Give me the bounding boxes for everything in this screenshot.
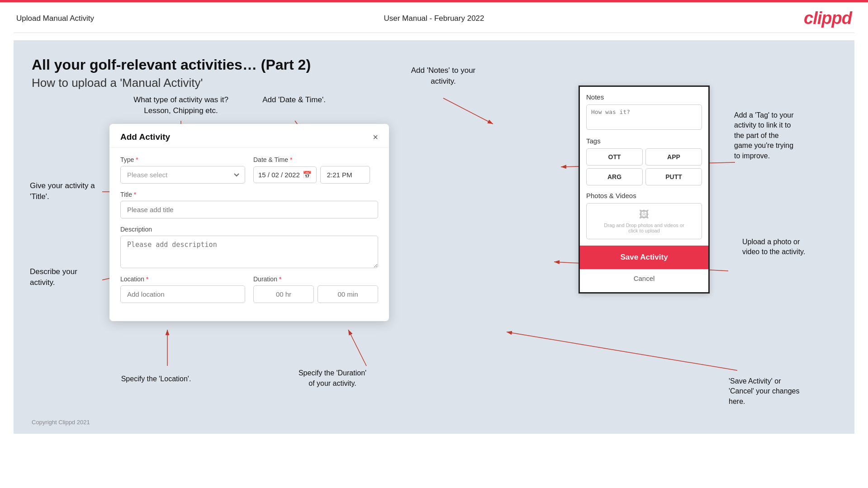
type-label: Type * xyxy=(120,156,245,163)
modal-body: Type * Please select Date & Time * 15 / xyxy=(109,148,389,321)
description-group: Description xyxy=(120,226,378,268)
description-label: Description xyxy=(120,226,378,233)
svg-line-9 xyxy=(348,330,366,366)
upload-icon: 🖼 xyxy=(639,209,649,221)
annotation-upload: Upload a photo or video to the activity. xyxy=(742,237,842,257)
tags-grid: OTT APP ARG PUTT xyxy=(586,148,702,185)
duration-group: Duration * xyxy=(253,275,378,303)
tag-app[interactable]: APP xyxy=(645,148,702,166)
location-group: Location * xyxy=(120,275,245,303)
annotation-describe: Describe your activity. xyxy=(30,266,102,288)
calendar-icon[interactable]: 📅 xyxy=(303,171,312,179)
datetime-required: * xyxy=(290,156,292,163)
copyright: Copyright Clippd 2021 xyxy=(32,419,90,426)
title-group: Title * xyxy=(120,191,378,218)
notes-label: Notes xyxy=(586,93,702,101)
description-textarea[interactable] xyxy=(120,236,378,268)
location-duration-row: Location * Duration * xyxy=(120,275,378,303)
modal-header: Add Activity × xyxy=(109,124,389,148)
title-required: * xyxy=(134,191,136,198)
panel-footer: Cancel xyxy=(580,269,708,292)
date-value: 15 / 02 / 2022 xyxy=(258,171,300,179)
annotation-what-type: What type of activity was it? Lesson, Ch… xyxy=(131,95,231,116)
tag-ott[interactable]: OTT xyxy=(586,148,643,166)
duration-inputs xyxy=(253,285,378,303)
upload-area[interactable]: 🖼 Drag and Drop photos and videos or cli… xyxy=(586,203,702,239)
datetime-group: Date & Time * 15 / 02 / 2022 📅 2:21 PM xyxy=(253,156,378,184)
annotation-duration: Specify the 'Duration' of your activity. xyxy=(276,368,389,389)
annotation-location: Specify the 'Location'. xyxy=(111,374,201,384)
add-activity-modal: Add Activity × Type * Please select Dat xyxy=(109,124,389,321)
duration-label: Duration * xyxy=(253,275,378,283)
title-label: Title * xyxy=(120,191,378,198)
main-content: All your golf-relevant activities… (Part… xyxy=(14,40,854,434)
panel-save-section: Save Activity xyxy=(580,246,708,269)
date-input[interactable]: 15 / 02 / 2022 📅 xyxy=(253,166,317,183)
duration-required: * xyxy=(279,275,281,283)
type-datetime-row: Type * Please select Date & Time * 15 / xyxy=(120,156,378,184)
date-time-controls: 15 / 02 / 2022 📅 2:21 PM xyxy=(253,166,378,184)
tags-label: Tags xyxy=(586,137,702,145)
title-input[interactable] xyxy=(120,201,378,218)
svg-line-5 xyxy=(443,98,493,124)
photos-label: Photos & Videos xyxy=(586,192,702,199)
close-button[interactable]: × xyxy=(373,133,378,142)
annotation-date-time: Add 'Date & Time'. xyxy=(253,95,335,105)
duration-hr-input[interactable] xyxy=(253,285,314,303)
notes-textarea[interactable] xyxy=(586,104,702,130)
logo: clippd xyxy=(804,9,852,28)
save-activity-button[interactable]: Save Activity xyxy=(580,246,708,269)
modal-title: Add Activity xyxy=(120,132,170,142)
upload-text: Drag and Drop photos and videos or click… xyxy=(604,223,684,233)
location-label: Location * xyxy=(120,275,245,283)
type-select[interactable]: Please select xyxy=(120,166,245,184)
annotation-give-title: Give your activity a 'Title'. xyxy=(30,180,102,202)
phone-panel: Notes Tags OTT APP ARG PUTT Photos & Vid… xyxy=(579,85,710,294)
cancel-button[interactable]: Cancel xyxy=(586,269,702,288)
manual-title: User Manual - February 2022 xyxy=(384,14,484,23)
type-required: * xyxy=(136,156,138,163)
header: Upload Manual Activity User Manual - Feb… xyxy=(0,2,868,33)
datetime-label: Date & Time * xyxy=(253,156,378,163)
annotation-tag: Add a 'Tag' to your activity to link it … xyxy=(734,110,838,161)
header-divider xyxy=(14,33,854,33)
svg-line-10 xyxy=(507,332,737,370)
annotation-notes: Add 'Notes' to your activity. xyxy=(394,65,493,87)
time-input[interactable]: 2:21 PM xyxy=(320,166,370,184)
tag-arg[interactable]: ARG xyxy=(586,168,643,185)
page-title-header: Upload Manual Activity xyxy=(16,14,94,23)
location-required: * xyxy=(146,275,148,283)
duration-min-input[interactable] xyxy=(318,285,378,303)
type-group: Type * Please select xyxy=(120,156,245,184)
annotation-save-cancel: 'Save Activity' or 'Cancel' your changes… xyxy=(729,376,842,407)
location-input[interactable] xyxy=(120,285,245,303)
panel-body: Notes Tags OTT APP ARG PUTT Photos & Vid… xyxy=(580,87,708,239)
tag-putt[interactable]: PUTT xyxy=(645,168,702,185)
